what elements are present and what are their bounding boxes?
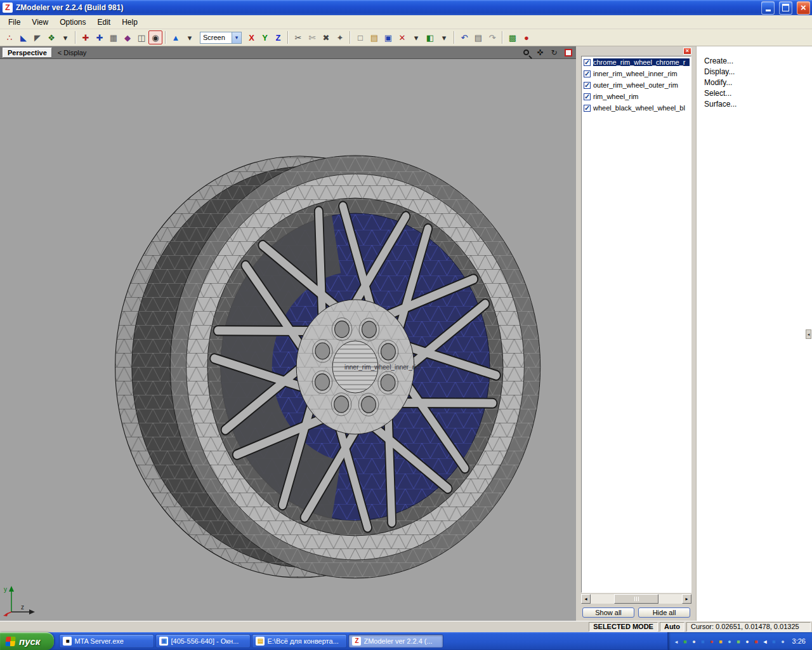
knife-tool-icon[interactable]: ✂ [291, 30, 305, 44]
tray-app5-icon[interactable]: ■ [717, 637, 724, 646]
display-mode-button[interactable]: < Display [58, 49, 87, 56]
scene-list-item[interactable]: inner_rim_wheel_inner_rim [582, 68, 691, 79]
select-dropdown-icon[interactable]: ▾ [58, 30, 72, 44]
save-file-icon[interactable]: ▣ [381, 30, 395, 44]
cmd-select[interactable]: Select... [697, 88, 812, 99]
export-icon[interactable]: ◧ [423, 30, 437, 44]
start-label: пуск [19, 636, 40, 647]
taskbar-task-window[interactable]: ▣ [405-556-640] - Окн... [155, 634, 251, 648]
scroll-left-icon[interactable] [581, 594, 591, 604]
visibility-checkbox[interactable] [584, 59, 591, 66]
start-button[interactable]: пуск [0, 632, 54, 650]
object-label: inner_rim_wheel_inner_rim [344, 364, 421, 371]
menu-view[interactable]: View [26, 17, 54, 28]
panel-collapse-icon[interactable] [806, 329, 811, 339]
cmd-display[interactable]: Display... [697, 67, 812, 77]
scene-node-label: chrome_rim_wheel_chrome_r [593, 58, 690, 66]
delete-icon[interactable]: ✕ [395, 30, 409, 44]
local-axes-icon[interactable]: ✚ [93, 30, 107, 44]
cmd-create[interactable]: Create... [697, 56, 812, 67]
normals-dropdown-icon[interactable]: ▾ [183, 30, 197, 44]
select-faces-icon[interactable]: ◤ [30, 30, 44, 44]
scene-list-item[interactable]: outer_rim_wheel_outer_rim [582, 79, 691, 91]
show-all-button[interactable]: Show all [582, 607, 634, 618]
zoom-icon[interactable] [521, 47, 532, 58]
cmd-modify[interactable]: Modify... [697, 77, 812, 88]
visibility-checkbox[interactable] [584, 93, 591, 100]
tray-app6-icon[interactable]: ● [726, 637, 733, 646]
open-file-icon[interactable]: ▤ [367, 30, 381, 44]
tray-app8-icon[interactable]: ● [744, 637, 751, 646]
tray-collapse-icon[interactable]: ◂ [673, 637, 680, 646]
render-icon[interactable]: ● [520, 30, 534, 44]
grid-toggle-icon[interactable]: ▦ [107, 30, 121, 44]
select-objects-icon[interactable]: ❖ [44, 30, 58, 44]
scrollbar-thumb[interactable] [614, 594, 658, 604]
taskbar-task-zmodeler[interactable]: Z ZModeler ver 2.2.4 (... [348, 634, 443, 648]
select-vertices-icon[interactable]: ∴ [3, 30, 16, 44]
orbit-icon[interactable]: ↻ [549, 47, 560, 58]
combo-dropdown-icon[interactable]: ▾ [232, 32, 241, 43]
pivot-icon[interactable]: ◉ [148, 30, 162, 44]
taskbar-task-mta-server[interactable]: ■ MTA Server.exe [59, 634, 154, 648]
material-editor-icon[interactable]: ▩ [506, 30, 520, 44]
undo-icon[interactable]: ↶ [457, 30, 471, 44]
symmetry-icon[interactable]: ◫ [134, 30, 148, 44]
normals-icon[interactable]: ▲ [169, 30, 183, 44]
viewport-maximize-icon[interactable] [563, 47, 573, 58]
scroll-right-icon[interactable] [682, 594, 691, 604]
view-axis-combo[interactable]: Screen ▾ [200, 32, 242, 44]
mode-status: SELECTED MODE [589, 622, 658, 632]
wheel-model[interactable]: inner_rim_wheel_inner_rim [0, 59, 576, 621]
tray-app10-icon[interactable]: ■ [771, 637, 778, 646]
tray-app9-icon[interactable]: ■ [753, 637, 760, 646]
weld-tool-icon[interactable]: ✖ [319, 30, 333, 44]
tray-volume-icon[interactable]: ◄ [762, 637, 769, 646]
new-file-icon[interactable]: □ [353, 30, 367, 44]
close-button[interactable] [797, 1, 810, 15]
visibility-checkbox[interactable] [584, 70, 591, 77]
tray-app7-icon[interactable]: ■ [735, 637, 742, 646]
scrollbar-track[interactable] [591, 594, 682, 604]
scene-node-label: wheel_black_wheel_wheel_bl [593, 104, 690, 112]
title-bar[interactable]: Z ZModeler ver 2.2.4 (Build 981) [0, 0, 812, 15]
tray-app2-icon[interactable]: ● [691, 637, 698, 646]
select-edges-icon[interactable]: ◣ [16, 30, 30, 44]
axis-x-button[interactable]: X [245, 31, 258, 44]
viewport-tab-perspective[interactable]: Perspective [3, 48, 52, 58]
menu-edit[interactable]: Edit [92, 17, 117, 28]
export-dropdown-icon[interactable]: ▾ [437, 30, 451, 44]
menu-options[interactable]: Options [54, 17, 91, 28]
tray-keyboard-icon[interactable]: ● [780, 637, 787, 646]
visibility-checkbox[interactable] [584, 105, 591, 112]
tray-app1-icon[interactable]: ■ [682, 637, 689, 646]
redo-icon[interactable]: ↷ [485, 30, 499, 44]
cmd-surface[interactable]: Surface... [697, 99, 812, 110]
menu-file[interactable]: File [3, 17, 26, 28]
viewport-canvas[interactable]: inner_rim_wheel_inner_rim y z [0, 59, 576, 621]
minimize-button[interactable] [761, 1, 775, 15]
cut-tool-icon[interactable]: ✄ [305, 30, 319, 44]
scene-list-item[interactable]: wheel_black_wheel_wheel_bl [582, 102, 691, 114]
axis-y-button[interactable]: Y [258, 31, 272, 44]
notes-icon[interactable]: ▤ [471, 30, 485, 44]
smooth-tool-icon[interactable]: ✦ [333, 30, 347, 44]
taskbar-task-explorer[interactable]: ▤ E:\Всё для конверта... [252, 634, 347, 648]
tray-app4-icon[interactable]: ● [709, 637, 716, 646]
menu-help[interactable]: Help [116, 17, 143, 28]
restore-button[interactable] [779, 1, 792, 15]
axis-z-button[interactable]: Z [272, 31, 285, 44]
world-axes-icon[interactable]: ✚ [79, 30, 93, 44]
tray-app3-icon[interactable]: ■ [700, 637, 707, 646]
import-dropdown-icon[interactable]: ▾ [409, 30, 423, 44]
visibility-checkbox[interactable] [584, 82, 591, 89]
hide-all-button[interactable]: Hide all [638, 607, 690, 618]
scene-list-item[interactable]: rim_wheel_rim [582, 91, 691, 102]
pan-icon[interactable]: ✜ [535, 47, 546, 58]
scene-list-hscrollbar[interactable] [581, 594, 691, 604]
snap-toggle-icon[interactable]: ◆ [121, 30, 134, 44]
scene-node-label: inner_rim_wheel_inner_rim [593, 70, 690, 77]
panel-close-icon[interactable] [683, 48, 691, 55]
scene-node-label: outer_rim_wheel_outer_rim [593, 81, 690, 89]
scene-list-item[interactable]: chrome_rim_wheel_chrome_r [582, 56, 691, 68]
